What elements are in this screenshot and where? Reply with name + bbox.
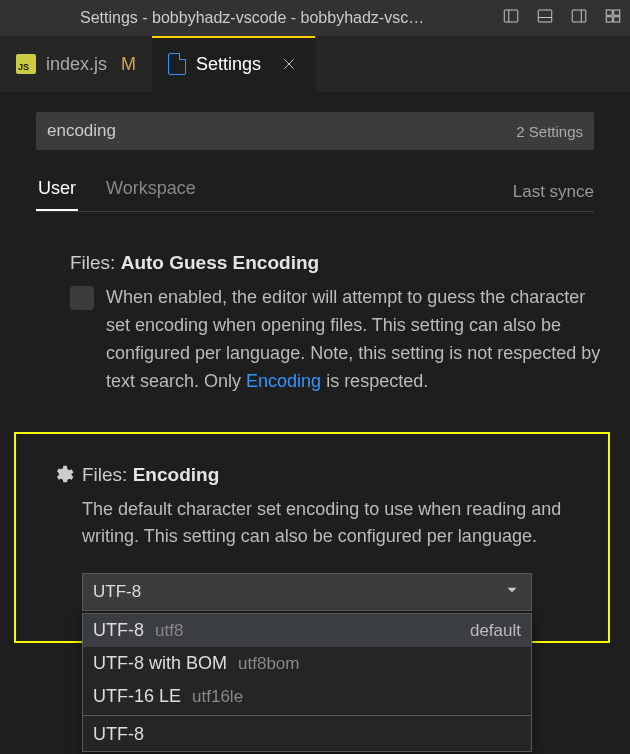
svg-rect-6: [606, 10, 612, 15]
encoding-select-value: UTF-8: [93, 582, 141, 602]
setting-auto-guess-encoding: Files: Auto Guess Encoding When enabled,…: [20, 252, 610, 396]
setting-title: Files: Auto Guess Encoding: [70, 252, 610, 274]
auto-guess-checkbox[interactable]: [70, 286, 94, 310]
layout-grid-icon[interactable]: [604, 7, 622, 29]
encoding-option[interactable]: UTF-8 utf8 default: [83, 614, 531, 647]
panel-left-icon[interactable]: [502, 7, 520, 29]
svg-rect-7: [614, 10, 620, 15]
scope-tab-workspace[interactable]: Workspace: [104, 172, 198, 211]
encoding-option[interactable]: UTF-8 with BOM utf8bom: [83, 647, 531, 680]
svg-rect-9: [614, 17, 620, 22]
tab-index-js[interactable]: JS index.js M: [0, 36, 152, 92]
settings-body: Files: Auto Guess Encoding When enabled,…: [0, 212, 630, 663]
scope-tab-user[interactable]: User: [36, 172, 78, 211]
svg-rect-4: [572, 10, 586, 22]
svg-rect-8: [606, 17, 612, 22]
settings-search-input[interactable]: [47, 121, 516, 141]
settings-search[interactable]: 2 Settings: [36, 112, 594, 150]
tab-label: Settings: [196, 54, 261, 75]
encoding-select-display[interactable]: UTF-8: [82, 573, 532, 611]
dropdown-separator: [83, 715, 531, 716]
close-tab-button[interactable]: [279, 54, 299, 74]
setting-encoding: Files: Encoding The default character se…: [32, 464, 592, 612]
titlebar: Settings - bobbyhadz-vscode - bobbyhadz-…: [0, 0, 630, 36]
gear-icon[interactable]: [52, 464, 74, 486]
dropdown-filter-value: UTF-8: [83, 718, 531, 751]
title-layout-icons: [502, 7, 622, 29]
modified-indicator: M: [121, 54, 136, 75]
panel-bottom-icon[interactable]: [536, 7, 554, 29]
tab-settings[interactable]: Settings: [152, 36, 315, 92]
settings-file-icon: [168, 53, 186, 75]
window-title: Settings - bobbyhadz-vscode - bobbyhadz-…: [80, 9, 490, 27]
encoding-option[interactable]: UTF-16 LE utf16le: [83, 680, 531, 713]
setting-description: The default character set encoding to us…: [82, 496, 592, 552]
panel-right-icon[interactable]: [570, 7, 588, 29]
encoding-link[interactable]: Encoding: [246, 371, 321, 391]
tabbar: JS index.js M Settings: [0, 36, 630, 92]
tab-label: index.js: [46, 54, 107, 75]
chevron-down-icon: [503, 581, 521, 604]
highlight-box: Files: Encoding The default character se…: [14, 432, 610, 644]
last-synced-label: Last synce: [513, 182, 594, 202]
encoding-dropdown: UTF-8 utf8 default UTF-8 with BOM utf8bo…: [82, 613, 532, 752]
settings-match-count: 2 Settings: [516, 123, 583, 140]
settings-scope-row: User Workspace Last synce: [36, 172, 594, 212]
js-file-icon: JS: [16, 54, 36, 74]
svg-rect-2: [538, 10, 552, 22]
encoding-select[interactable]: UTF-8 UTF-8 utf8 default UTF-8 with BOM …: [82, 573, 532, 611]
svg-rect-0: [504, 10, 518, 22]
setting-description: When enabled, the editor will attempt to…: [106, 284, 610, 396]
setting-title: Files: Encoding: [82, 464, 592, 486]
